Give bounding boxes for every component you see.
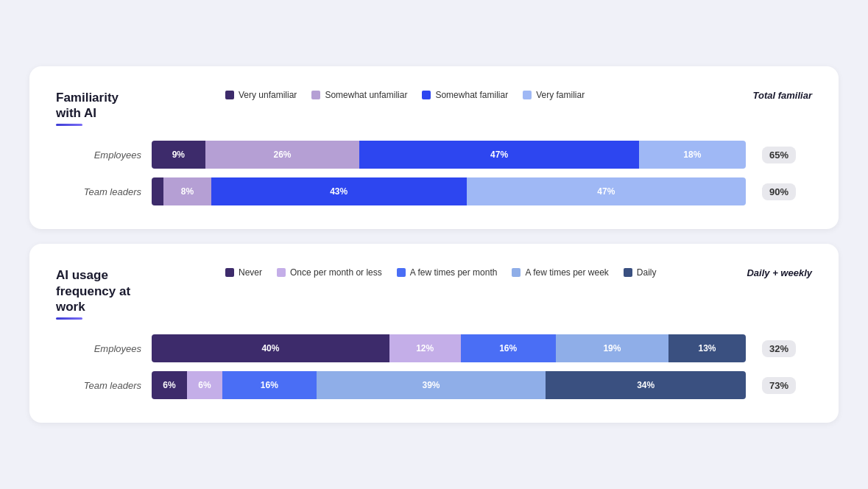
- total-badge-1: 73%: [762, 377, 796, 394]
- legend-item-daily: Daily: [624, 267, 657, 278]
- total-badge-0: 32%: [762, 340, 796, 357]
- bar-segment-0-3: 18%: [639, 141, 746, 169]
- legend-item-few-times-month: A few times per month: [397, 267, 498, 278]
- legend-color-once-per-month: [277, 268, 286, 277]
- total-value-0: 65%: [746, 147, 812, 163]
- legend-item-few-times-week: A few times per week: [512, 267, 608, 278]
- legend-color-few-times-week: [512, 268, 521, 277]
- legend-label-once-per-month: Once per month or less: [290, 267, 382, 278]
- bar-segment-1-3: 47%: [467, 177, 746, 205]
- legend-color-very-unfamiliar: [225, 91, 234, 99]
- legend-label-somewhat-unfamiliar: Somewhat unfamiliar: [325, 90, 407, 100]
- legend-item-very-familiar: Very familiar: [523, 90, 585, 100]
- total-value-1: 73%: [746, 377, 812, 394]
- total-value-1: 90%: [746, 183, 812, 200]
- legend-label-few-times-week: A few times per week: [525, 267, 608, 278]
- bar-segment-0-1: 26%: [205, 141, 360, 169]
- bar-segment-0-4: 13%: [668, 334, 746, 362]
- bar-segment-1-1: 8%: [163, 177, 211, 205]
- legend-item-never: Never: [225, 267, 262, 278]
- legend-label-never: Never: [239, 267, 262, 278]
- usage-title: AI usagefrequency atwork: [56, 267, 152, 314]
- legend-label-very-unfamiliar: Very unfamiliar: [239, 90, 297, 100]
- bar-container-0: 40%12%16%19%13%: [152, 334, 746, 362]
- usage-rows: Employees40%12%16%19%13%32%Team leaders6…: [56, 334, 812, 399]
- bar-segment-0-0: 40%: [152, 334, 389, 362]
- legend-item-once-per-month: Once per month or less: [277, 267, 382, 278]
- total-value-0: 32%: [746, 340, 812, 357]
- bar-container-0: 9%26%47%18%: [152, 141, 746, 169]
- legend-color-somewhat-unfamiliar: [311, 91, 320, 99]
- legend-color-very-familiar: [523, 91, 532, 99]
- usage-header: AI usagefrequency atwork NeverOnce per m…: [56, 267, 812, 320]
- bar-container-1: 6%6%16%39%34%: [152, 371, 746, 399]
- familiarity-title-block: Familiaritywith AI: [56, 90, 152, 127]
- legend-label-daily: Daily: [637, 267, 657, 278]
- legend-color-daily: [624, 268, 632, 277]
- legend-label-very-familiar: Very familiar: [536, 90, 585, 100]
- legend-color-never: [225, 268, 234, 277]
- row-label-0: Employees: [56, 149, 152, 161]
- legend-label-somewhat-familiar: Somewhat familiar: [435, 90, 508, 100]
- bar-segment-0-1: 12%: [389, 334, 461, 362]
- bar-segment-1-2: 16%: [222, 371, 317, 399]
- familiarity-header: Familiaritywith AI Very unfamiliarSomewh…: [56, 90, 812, 127]
- legend-color-somewhat-familiar: [422, 91, 431, 99]
- bar-segment-0-3: 19%: [556, 334, 668, 362]
- legend-label-few-times-month: A few times per month: [410, 267, 498, 278]
- familiarity-legend: Very unfamiliarSomewhat unfamiliarSomewh…: [152, 90, 746, 100]
- usage-total-label: Daily + weekly: [746, 267, 812, 278]
- title-underline: [56, 124, 82, 126]
- chart-row-0: Employees40%12%16%19%13%32%: [56, 334, 812, 362]
- bar-segment-1-2: 43%: [211, 177, 467, 205]
- chart-row-0: Employees9%26%47%18%65%: [56, 141, 812, 169]
- total-badge-0: 65%: [762, 147, 796, 163]
- chart-row-1: Team leaders6%6%16%39%34%73%: [56, 371, 812, 399]
- row-label-1: Team leaders: [56, 380, 152, 391]
- bar-segment-0-0: 9%: [152, 141, 205, 169]
- usage-card: AI usagefrequency atwork NeverOnce per m…: [29, 244, 839, 423]
- familiarity-rows: Employees9%26%47%18%65%Team leaders8%43%…: [56, 141, 812, 205]
- bar-segment-0-2: 47%: [359, 141, 638, 169]
- bar-segment-1-1: 6%: [187, 371, 222, 399]
- legend-color-few-times-month: [397, 268, 406, 277]
- chart-row-1: Team leaders8%43%47%90%: [56, 177, 812, 205]
- bar-segment-1-0: 6%: [152, 371, 187, 399]
- usage-legend: NeverOnce per month or lessA few times p…: [152, 267, 746, 278]
- legend-item-somewhat-unfamiliar: Somewhat unfamiliar: [311, 90, 407, 100]
- usage-title-underline: [56, 317, 82, 320]
- bar-segment-1-3: 39%: [317, 371, 546, 399]
- usage-title-block: AI usagefrequency atwork: [56, 267, 152, 320]
- row-label-1: Team leaders: [56, 186, 152, 197]
- total-badge-1: 90%: [762, 183, 796, 200]
- bar-container-1: 8%43%47%: [152, 177, 746, 205]
- familiarity-card: Familiaritywith AI Very unfamiliarSomewh…: [29, 66, 839, 230]
- legend-item-very-unfamiliar: Very unfamiliar: [225, 90, 297, 100]
- legend-item-somewhat-familiar: Somewhat familiar: [422, 90, 508, 100]
- bar-segment-0-2: 16%: [461, 334, 556, 362]
- bar-segment-1-0: [152, 177, 163, 205]
- familiarity-total-label: Total familiar: [746, 90, 812, 101]
- familiarity-title: Familiaritywith AI: [56, 90, 152, 122]
- row-label-0: Employees: [56, 343, 152, 354]
- bar-segment-1-4: 34%: [546, 371, 746, 399]
